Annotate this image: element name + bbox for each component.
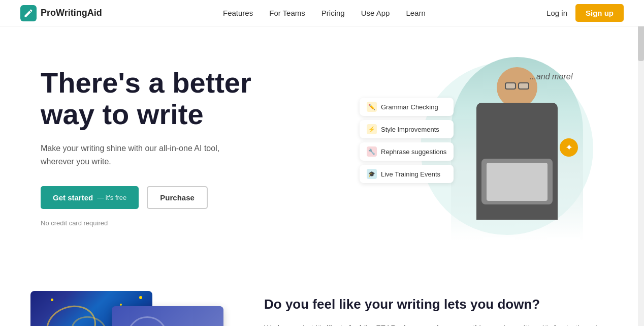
bottom-heading: Do you feel like your writing lets you d… xyxy=(264,296,614,313)
free-label: — it's free xyxy=(97,194,126,201)
hero-title: There's a better way to write xyxy=(41,67,254,130)
pill-training: 🎓 Live Training Events xyxy=(360,165,454,183)
navbar: ProWritingAid Features For Teams Pricing… xyxy=(0,0,644,26)
hero-subtitle: Make your writing shine with our all-in-… xyxy=(41,142,254,168)
scrollbar[interactable] xyxy=(638,0,644,326)
brand-name: ProWritingAid xyxy=(41,8,102,18)
style-icon: ⚡ xyxy=(367,124,377,134)
bottom-text: Do you feel like your writing lets you d… xyxy=(264,291,614,326)
hero-person-illustration: ✦ xyxy=(451,57,583,240)
get-started-label: Get started xyxy=(53,193,93,202)
hero-section: There's a better way to write Make your … xyxy=(0,26,644,260)
section-divider xyxy=(0,260,644,291)
nav-links: Features For Teams Pricing Use App Learn xyxy=(223,9,426,17)
training-icon: 🎓 xyxy=(367,169,377,179)
bottom-image-area: My idea in my head xyxy=(30,291,223,326)
pill-training-label: Live Training Events xyxy=(381,170,440,178)
rephrase-icon: 🔧 xyxy=(367,146,377,157)
hero-left: There's a better way to write Make your … xyxy=(41,57,254,227)
pill-style: ⚡ Style Improvements xyxy=(360,120,454,138)
overlay-image xyxy=(112,306,223,326)
purchase-button[interactable]: Purchase xyxy=(147,186,208,209)
get-started-button[interactable]: Get started — it's free xyxy=(41,186,139,209)
grammar-icon: ✏️ xyxy=(367,102,377,112)
nav-pricing[interactable]: Pricing xyxy=(321,9,345,17)
pill-rephrase: 🔧 Rephrase suggestions xyxy=(360,142,454,161)
bottom-paragraph: We know what it's like to feel the FEAR … xyxy=(264,321,614,326)
pill-rephrase-label: Rephrase suggestions xyxy=(381,148,446,156)
brand-logo[interactable]: ProWritingAid xyxy=(20,5,102,21)
nav-actions: Log in Sign up xyxy=(546,4,624,22)
nav-use-app[interactable]: Use App xyxy=(361,9,390,17)
nav-features[interactable]: Features xyxy=(223,9,253,17)
hero-right: ✦ ...and more! ✏️ Grammar Checking ⚡ Sty… xyxy=(360,57,603,240)
bottom-section: My idea in my head Do you feel like your… xyxy=(0,291,644,326)
hero-buttons: Get started — it's free Purchase xyxy=(41,186,254,209)
and-more-label: ...and more! xyxy=(530,72,573,81)
hero-title-line1: There's a better xyxy=(41,67,251,99)
pill-style-label: Style Improvements xyxy=(381,126,439,133)
no-credit-text: No credit card required xyxy=(41,219,254,227)
signup-button[interactable]: Sign up xyxy=(575,4,624,22)
hero-title-line2: way to write xyxy=(41,98,204,130)
pill-grammar-label: Grammar Checking xyxy=(381,103,438,111)
feature-pills: ✏️ Grammar Checking ⚡ Style Improvements… xyxy=(360,98,454,183)
nav-learn[interactable]: Learn xyxy=(406,9,425,17)
pill-grammar: ✏️ Grammar Checking xyxy=(360,98,454,116)
nav-for-teams[interactable]: For Teams xyxy=(269,9,305,17)
logo-icon xyxy=(20,5,37,21)
login-button[interactable]: Log in xyxy=(546,9,567,17)
